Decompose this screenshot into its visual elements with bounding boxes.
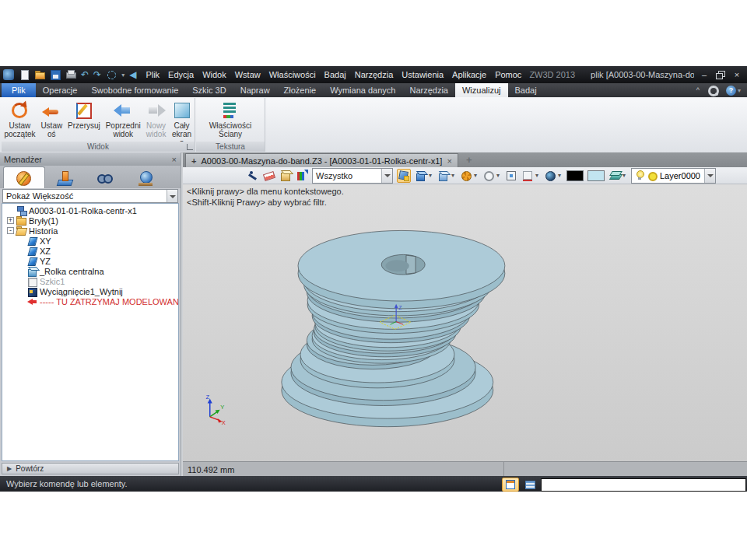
ribbon-button[interactable]: Przerysuj ▾ [68,101,100,130]
ribbon-tab[interactable]: Szkic 3D [185,83,233,97]
tree-item[interactable]: + Bryły(1) [2,215,178,226]
new-file-icon[interactable] [19,69,30,80]
tree-expander[interactable] [18,298,25,305]
settings-keys-icon[interactable] [707,85,718,96]
view-orientation-button[interactable]: ▾ [460,170,479,182]
section-view-button[interactable]: ▾ [521,170,540,182]
chevron-down-icon[interactable]: ▾ [427,172,433,179]
ribbon-tab[interactable]: Badaj [508,83,544,97]
entity-color-swatch[interactable] [587,170,605,181]
menu-item[interactable]: Narzędzia [355,70,394,79]
viewport-3d[interactable]: <Kliknij prawy> dla menu kontekstowego. … [183,184,747,461]
menu-item[interactable]: Aplikacje [452,70,486,79]
command-input[interactable] [541,478,746,492]
chevron-down-icon[interactable]: ▾ [450,172,456,179]
tree-item[interactable]: YZ [2,256,178,266]
tree-item[interactable]: XY [2,236,178,246]
tree-item[interactable]: _Rolka centralna [2,266,178,276]
quick-access-dropdown-icon[interactable]: ▾ [121,72,124,79]
collapse-ribbon-icon[interactable]: ^ [696,86,700,94]
back-icon[interactable]: ◀ [129,69,136,80]
menu-item[interactable]: Widok [202,70,226,79]
ribbon-button[interactable]: Właściwości Ściany [209,101,251,138]
save-icon[interactable] [50,69,61,80]
tree-expander[interactable] [18,237,25,244]
entity-filter-select[interactable]: Wszystko [312,168,393,184]
tree-item[interactable]: ----- TU ZATRZYMAJ MODELOWANIE ----- [2,296,178,306]
open-file-icon[interactable] [34,69,45,80]
tree-item[interactable]: Wyciągnięcie1_Wytnij [2,286,178,296]
layer-select[interactable]: Layer0000 [631,168,716,184]
ribbon-tab[interactable]: Napraw [233,83,277,97]
tree-expander[interactable] [18,288,25,295]
tab-render-manager[interactable] [126,167,167,188]
menu-item[interactable]: Wstaw [235,70,261,79]
ribbon-tab[interactable]: Narzędzia [402,83,455,97]
output-log-button[interactable] [522,478,538,491]
manager-close-icon[interactable]: × [172,155,177,164]
ribbon-tab[interactable]: Wizualizuj [455,83,508,97]
tree-expander[interactable]: + [7,217,14,224]
tree-item[interactable]: XZ [2,246,178,256]
input-mode-button[interactable] [502,478,519,492]
shaded-display-button[interactable]: ▾ [415,170,433,182]
menu-item[interactable]: Plik [146,70,160,79]
ribbon-tab[interactable]: Złożenie [277,83,324,97]
ribbon-button[interactable]: Ustaw początek ▾ [4,101,35,138]
dialog-launcher-icon[interactable] [187,144,193,150]
document-tab[interactable]: + A0003-00-Maszyna-do-band.Z3 - [A0003-0… [185,153,458,167]
ribbon-button[interactable]: Cały ekran ▾ [172,101,192,145]
tab-assembly-manager[interactable] [45,167,86,188]
tree-item[interactable]: Szkic1 [2,276,178,286]
zoom-fit-icon[interactable] [505,170,517,182]
tree-expander[interactable]: - [7,227,14,234]
ribbon-tab[interactable]: Operacje [36,83,85,97]
selection-filter-icon[interactable] [106,69,117,80]
chevron-down-icon[interactable] [704,169,715,183]
chevron-down-icon[interactable]: ▾ [495,172,501,179]
tree-item[interactable]: A0003-01-01-Rolka-centr-x1 [2,205,178,215]
menu-item[interactable]: Badaj [324,70,346,79]
ribbon-tab[interactable]: Swobodne formowanie [84,83,185,97]
redo-icon[interactable]: ↷ [93,69,101,80]
restore-button[interactable] [716,71,725,79]
undo-icon[interactable]: ↶ [81,69,89,80]
help-dropdown-icon[interactable]: ▾ [738,87,741,94]
chevron-down-icon[interactable]: ▾ [534,172,540,179]
zoom-button[interactable]: ▾ [482,170,501,182]
layers-button[interactable]: ▾ [608,170,627,182]
chevron-down-icon[interactable]: ▾ [472,172,479,179]
ribbon-button[interactable]: Ustaw oś ▾ [40,101,62,138]
tree-expander[interactable] [18,268,25,275]
color-filter-icon[interactable] [296,170,308,182]
escape-command-icon[interactable] [247,170,259,182]
wireframe-display-button[interactable]: ▾ [437,170,456,182]
close-button[interactable]: × [731,70,742,79]
new-document-tab-button[interactable]: + [466,154,472,166]
tree-item[interactable]: - Historia [2,226,178,236]
model-canvas[interactable]: Z Z Y X [183,184,747,461]
print-icon[interactable] [65,69,76,80]
pick-face-button[interactable] [397,169,411,183]
chevron-down-icon[interactable]: ▾ [556,172,563,179]
help-icon[interactable]: ? [726,86,736,96]
repeat-section[interactable]: ▶ Powtórz [2,463,179,474]
chevron-down-icon[interactable] [381,169,392,183]
ribbon-button[interactable]: Nowy widok ▾ [146,101,167,138]
ribbon-button[interactable]: Poprzedni widok ▾ [106,101,141,138]
eraser-icon[interactable] [263,170,275,182]
menu-item[interactable]: Ustawienia [402,70,444,79]
tree-expander[interactable] [7,207,14,214]
tree-expander[interactable] [18,257,25,264]
solid-box-icon[interactable] [279,170,292,182]
environment-button[interactable]: ▾ [544,170,563,182]
tab-visual-manager[interactable] [86,167,126,188]
chevron-down-icon[interactable] [167,190,177,202]
minimize-button[interactable]: – [699,70,710,79]
menu-item[interactable]: Pomoc [495,70,521,79]
tree-expander[interactable] [18,278,25,285]
menu-item[interactable]: Właściwości [269,70,316,79]
ribbon-tab[interactable]: Plik [2,83,36,97]
ribbon-tab[interactable]: Wymiana danych [323,83,402,97]
tree-filter-select[interactable]: Pokaż Większość [2,189,178,203]
